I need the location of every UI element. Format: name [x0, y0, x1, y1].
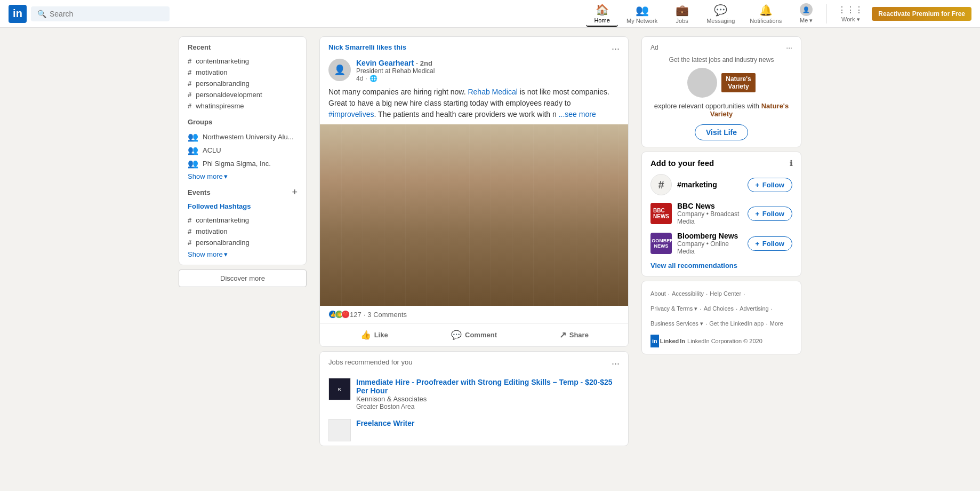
post-privacy-icon: 🌐: [369, 75, 377, 82]
ad-menu-button[interactable]: ···: [786, 43, 792, 52]
footer-help-center-link[interactable]: Help Center: [710, 288, 741, 300]
post-meta: 4d · 🌐: [356, 75, 620, 82]
nav-item-messaging[interactable]: 💬 Messaging: [700, 2, 741, 26]
nav-item-my-network[interactable]: 👥 My Network: [620, 2, 664, 26]
sidebar-followed-hashtags-title: Followed Hashtags: [188, 202, 298, 210]
post-author: 👤 Kevin Gearheart · 2nd President at Reh…: [320, 59, 628, 86]
sidebar-group-northwestern[interactable]: 👥 Northwestern University Alu...: [188, 130, 298, 144]
ad-company-logos: Nature'sVariety: [650, 68, 792, 98]
info-icon[interactable]: ℹ: [790, 159, 792, 168]
sidebar-events-add-button[interactable]: +: [292, 187, 298, 198]
sidebar-followed-show-more[interactable]: Show more ▾: [188, 250, 298, 258]
footer-accessibility-link[interactable]: Accessibility: [672, 288, 704, 300]
post-link-rehab-medical[interactable]: Rehab Medical: [468, 88, 517, 96]
messaging-icon: 💬: [714, 4, 727, 17]
post-author-title: President at Rehab Medical: [356, 67, 620, 75]
main-feed: Nick Smarrelli likes this ··· 👤 Kevin Ge…: [319, 36, 629, 450]
sidebar-group-phi-sigma[interactable]: 👥 Phi Sigma Sigma, Inc.: [188, 157, 298, 170]
post-author-avatar: 👤: [328, 59, 351, 81]
right-sidebar: Ad ··· Get the latest jobs and industry …: [641, 36, 801, 450]
follow-marketing-button[interactable]: + Follow: [748, 178, 792, 192]
see-more-button[interactable]: ...see more: [559, 110, 596, 118]
post-image: [320, 124, 628, 306]
nav-item-home[interactable]: 🏠 Home: [586, 1, 618, 27]
home-icon: 🏠: [596, 3, 609, 16]
ad-panel: Ad ··· Get the latest jobs and industry …: [641, 36, 801, 147]
nav-item-work[interactable]: ⋮⋮⋮ Work ▾: [831, 3, 870, 25]
feed-item-marketing: # #marketing + Follow: [650, 174, 792, 195]
footer-about-link[interactable]: About: [650, 288, 666, 300]
footer-business-services-link[interactable]: Business Services ▾: [650, 318, 703, 330]
nav-item-jobs[interactable]: 💼 Jobs: [666, 2, 698, 26]
visit-life-button[interactable]: Visit Life: [695, 124, 748, 140]
sidebar-recent-motivation[interactable]: # motivation: [188, 67, 298, 78]
post-reactions: 👍 👏 ❤️ 127 · 3 Comments: [320, 306, 628, 323]
reactivate-premium-button[interactable]: Reactivate Premium for Free: [872, 7, 971, 21]
footer-ad-choices-link[interactable]: Ad Choices: [704, 303, 734, 315]
comment-icon: 💬: [451, 330, 462, 340]
sidebar-recent-personalbranding[interactable]: # personalbranding: [188, 78, 298, 89]
job-company-logo-1: K: [328, 378, 351, 400]
comment-action-button[interactable]: 💬 Comment: [424, 326, 524, 344]
footer-copyright: LinkedIn Corporation © 2020: [687, 335, 762, 347]
ad-description: explore relevant opportunities with Natu…: [650, 102, 792, 118]
post-menu-button[interactable]: ···: [612, 43, 620, 54]
like-icon: 👍: [360, 330, 371, 340]
job-item-2: Freelance Writer: [320, 415, 628, 446]
job-location-1: Greater Boston Area: [356, 403, 620, 410]
footer-privacy-link[interactable]: Privacy & Terms ▾: [650, 303, 697, 315]
jobs-card: Jobs recommended for you ··· K Immediate…: [319, 351, 629, 446]
reaction-icons: 👍 👏 ❤️: [328, 310, 348, 319]
sidebar-followed-contentmarketing[interactable]: # contentmarketing: [188, 215, 298, 226]
post-actor-name[interactable]: Nick Smarrelli: [328, 43, 375, 51]
bbc-news-logo: BBCNEWS: [650, 203, 672, 224]
sidebar-groups-show-more[interactable]: Show more ▾: [188, 172, 298, 180]
job-company-logo-2: [328, 419, 351, 441]
sidebar-recent-contentmarketing[interactable]: # contentmarketing: [188, 56, 298, 67]
job-item-1: K Immediate Hire - Proofreader with Stro…: [320, 374, 628, 415]
share-action-button[interactable]: ↗ Share: [524, 326, 624, 344]
linkedin-logo[interactable]: in: [9, 5, 27, 23]
view-all-recommendations-link[interactable]: View all recommendations: [650, 262, 792, 270]
add-to-feed-title: Add to your feed ℹ: [650, 159, 792, 168]
add-to-feed-panel: Add to your feed ℹ # #marketing + Follow…: [641, 152, 801, 276]
reaction-love-icon: ❤️: [341, 310, 350, 319]
follow-bbc-button[interactable]: + Follow: [748, 207, 792, 221]
footer-more-link[interactable]: More: [770, 318, 783, 330]
footer-advertising-link[interactable]: Advertising: [740, 303, 768, 315]
post-hashtag-improvelives[interactable]: #improvelives: [328, 110, 374, 118]
sidebar-recent-personaldevelopment[interactable]: # personaldevelopment: [188, 89, 298, 100]
search-input[interactable]: [50, 10, 163, 18]
job-company-1: Kennison & Associates: [356, 395, 620, 403]
search-bar[interactable]: 🔍: [31, 6, 170, 21]
follow-bloomberg-button[interactable]: + Follow: [748, 236, 792, 251]
nav-item-me[interactable]: 👤 Me ▾: [790, 1, 822, 26]
job-title-1[interactable]: Immediate Hire - Proofreader with Strong…: [356, 378, 620, 395]
like-action-button[interactable]: 👍 Like: [324, 326, 424, 344]
group-icon: 👥: [188, 145, 198, 155]
ad-content: Get the latest jobs and industry news Na…: [650, 56, 792, 140]
job-title-2[interactable]: Freelance Writer: [356, 419, 620, 427]
sidebar-followed-motivation[interactable]: # motivation: [188, 226, 298, 237]
sidebar-group-aclu[interactable]: 👥 ACLU: [188, 144, 298, 157]
sidebar-recent-panel: Recent # contentmarketing # motivation #…: [179, 36, 307, 265]
sidebar-recent-title: Recent: [188, 43, 298, 51]
feed-item-bloomberg-info: Bloomberg News Company • Online Media: [677, 232, 742, 255]
ad-label: Ad: [650, 44, 658, 51]
share-icon: ↗: [559, 330, 566, 340]
post-author-degree: 2nd: [420, 59, 432, 67]
jobs-card-menu-button[interactable]: ···: [612, 358, 620, 369]
nav-item-notifications[interactable]: 🔔 Notifications: [743, 2, 788, 26]
post-actor-action: likes this: [376, 43, 406, 51]
sidebar-followed-personalbranding[interactable]: # personalbranding: [188, 237, 298, 248]
linkedin-footer: in LinkedIn LinkedIn Corporation © 2020: [650, 335, 792, 347]
post-card: Nick Smarrelli likes this ··· 👤 Kevin Ge…: [319, 36, 629, 347]
bloomberg-sub: Company • Online Media: [677, 240, 742, 255]
feed-item-bloomberg-news: BLOOMBERGNEWS Bloomberg News Company • O…: [650, 232, 792, 255]
sidebar-recent-whatinspiresme[interactable]: # whatinspiresme: [188, 100, 298, 112]
footer-get-linkedin-app-link[interactable]: Get the LinkedIn app: [709, 318, 764, 330]
ad-get-jobs-text: Get the latest jobs and industry news: [650, 56, 792, 64]
natures-variety-logo: Nature'sVariety: [721, 73, 756, 92]
comments-count[interactable]: 3 Comments: [367, 311, 407, 319]
discover-more-button[interactable]: Discover more: [179, 270, 307, 287]
